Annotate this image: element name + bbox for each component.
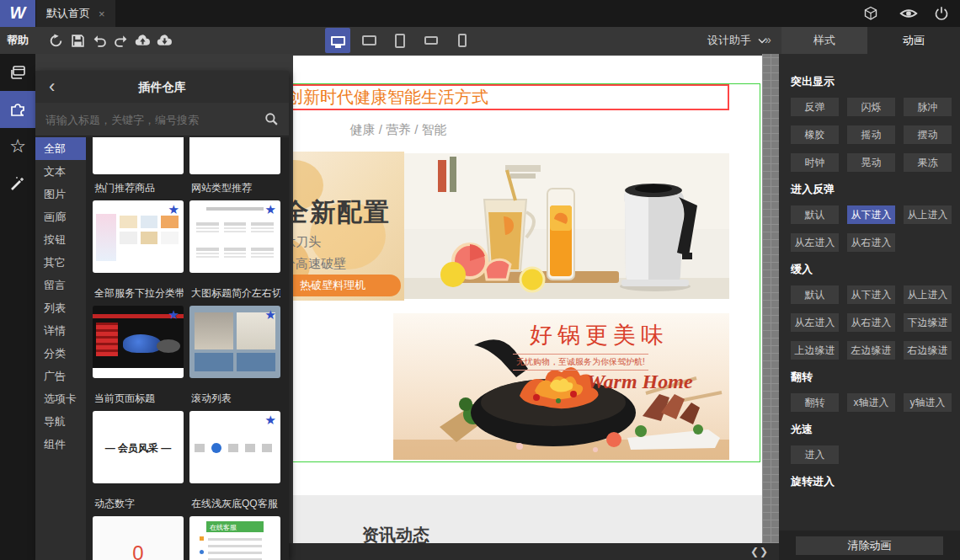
animation-option-button[interactable]: 进入 (791, 445, 839, 464)
device-phone-landscape-button[interactable] (419, 28, 444, 53)
plugin-thumbnail[interactable] (93, 137, 184, 174)
app-logo[interactable]: W (0, 0, 35, 27)
selected-text-element[interactable]: 开创新时代健康智能生活方式 (293, 84, 729, 110)
sidebar-item-wizard[interactable] (0, 165, 35, 202)
animation-option-button[interactable]: 翻转 (791, 393, 839, 412)
star-badge-icon[interactable]: ★ (265, 308, 276, 321)
animation-option-button[interactable]: 从左进入 (791, 233, 839, 252)
device-tablet-landscape-button[interactable] (356, 28, 381, 53)
sidebar-item-pages[interactable] (0, 54, 35, 91)
animation-option-button[interactable]: 从右进入 (847, 233, 895, 252)
canvas-scrollbar[interactable] (762, 54, 779, 543)
plugin-thumbnail[interactable]: ★ (189, 306, 280, 378)
plugin-thumbnail[interactable] (189, 137, 280, 174)
clear-animation-button[interactable]: 清除动画 (796, 536, 943, 555)
animation-option-button[interactable]: 从下进入 (847, 205, 895, 224)
plugin-item[interactable]: 在线浅灰底QQ客服在线客服 (189, 497, 280, 560)
eye-icon[interactable] (899, 6, 916, 21)
power-icon[interactable] (933, 6, 950, 21)
news-title[interactable]: 资讯动态 (362, 524, 429, 543)
plugin-item[interactable]: 全部服务下拉分类带...★ (93, 286, 184, 378)
plugin-thumbnail[interactable]: ★ (189, 200, 280, 273)
design-assistant-dropdown[interactable]: 设计助手 (707, 27, 766, 54)
banner1-line1[interactable]: 钛刀头 (293, 234, 321, 250)
animation-option-button[interactable]: 从左进入 (791, 313, 839, 332)
collapse-panel-button[interactable]: » (765, 27, 771, 52)
category-item[interactable]: 详情 (35, 319, 86, 342)
plugin-item[interactable]: 动态数字0 (93, 497, 184, 560)
plugin-thumbnail[interactable]: 0 (93, 516, 184, 560)
animation-option-button[interactable]: 橡胶 (791, 125, 839, 144)
page-preview[interactable]: 开创新时代健康智能生活方式 健康 / 营养 / 智能 全新配置 钛刀头 分高速破… (293, 56, 762, 543)
animation-option-button[interactable]: 果冻 (904, 153, 952, 172)
category-item[interactable]: 列表 (35, 296, 86, 319)
category-item[interactable]: 其它 (35, 251, 86, 274)
preview-cube-icon[interactable] (862, 6, 879, 21)
category-item[interactable]: 广告 (35, 365, 86, 387)
banner1-button[interactable]: 热破壁料理机 (293, 275, 401, 296)
category-item[interactable]: 分类 (35, 342, 86, 365)
star-badge-icon[interactable]: ★ (265, 203, 276, 216)
plugin-item[interactable]: 热门推荐商品★ (93, 181, 184, 273)
animation-option-button[interactable]: 摆动 (904, 125, 952, 144)
sidebar-item-plugins[interactable] (0, 91, 35, 128)
plugin-search-input[interactable] (35, 103, 254, 136)
animation-option-button[interactable]: 默认 (791, 205, 839, 224)
redo-icon[interactable] (114, 34, 128, 48)
animation-option-button[interactable]: 从下进入 (847, 285, 895, 304)
page-subtitle[interactable]: 健康 / 营养 / 智能 (293, 122, 504, 138)
refresh-icon[interactable] (49, 34, 63, 48)
animation-option-button[interactable]: 下边缘进 (904, 313, 952, 332)
star-badge-icon[interactable]: ★ (168, 203, 179, 216)
category-item[interactable]: 文本 (35, 160, 86, 183)
plugin-item[interactable]: 网站类型推荐★ (189, 181, 280, 273)
animation-option-button[interactable]: 左边缘进 (847, 341, 895, 360)
plugin-list-scroll[interactable]: 热门推荐商品★网站类型推荐★全部服务下拉分类带...★大图标题简介左右切...★… (86, 137, 289, 560)
back-chevron-icon[interactable]: ‹ (49, 72, 55, 101)
animation-option-button[interactable]: 默认 (791, 285, 839, 304)
device-desktop-button[interactable] (325, 28, 350, 53)
animation-option-button[interactable]: y轴进入 (904, 393, 952, 412)
tab-animation[interactable]: 动画 (867, 27, 960, 54)
category-item[interactable]: 全部 (35, 137, 86, 160)
category-item[interactable]: 画廊 (35, 205, 86, 228)
animation-option-button[interactable]: 脉冲 (904, 98, 952, 116)
category-item[interactable]: 选项卡 (35, 387, 86, 410)
animation-option-button[interactable]: x轴进入 (847, 393, 895, 412)
device-tablet-portrait-button[interactable] (387, 28, 413, 53)
plugin-thumbnail[interactable]: ★ (93, 306, 184, 378)
star-badge-icon[interactable]: ★ (265, 413, 276, 426)
animation-option-button[interactable]: 从右进入 (847, 313, 895, 332)
category-item[interactable]: 留言 (35, 274, 86, 296)
star-badge-icon[interactable]: ★ (168, 308, 179, 321)
search-icon[interactable] (264, 112, 279, 130)
plugin-item[interactable]: 大图标题简介左右切...★ (189, 286, 280, 378)
animation-option-button[interactable]: 反弹 (791, 98, 839, 116)
banner1-line2[interactable]: 分高速破壁 (293, 256, 346, 272)
category-item[interactable]: 按钮 (35, 228, 86, 251)
page-tab[interactable]: 默认首页 × (36, 0, 115, 27)
sidebar-item-favorites[interactable]: ☆ (0, 128, 35, 165)
save-icon[interactable] (71, 34, 85, 48)
animation-option-button[interactable]: 时钟 (791, 153, 839, 172)
plugin-item[interactable]: 滚动列表★ (189, 392, 280, 483)
cloud-download-icon[interactable] (157, 34, 171, 48)
animation-option-button[interactable]: 摇动 (847, 125, 895, 144)
animation-option-button[interactable]: 上边缘进 (791, 341, 839, 360)
plugin-thumbnail[interactable]: ★ (93, 200, 184, 273)
category-item[interactable]: 导航 (35, 410, 86, 433)
cloud-upload-icon[interactable] (135, 34, 149, 48)
help-button[interactable]: 帮助 (7, 27, 29, 54)
category-item[interactable]: 图片 (35, 183, 86, 205)
tab-style[interactable]: 样式 (781, 27, 867, 54)
wok-banner[interactable]: 好锅更美味 无忧购物，至诚服务为你保驾护航! Warm Home (393, 313, 729, 460)
plugin-thumbnail[interactable]: — 会员风采 — (93, 411, 184, 483)
tab-close-icon[interactable]: × (99, 8, 105, 20)
banner1-heading[interactable]: 全新配置 (293, 195, 391, 230)
animation-option-button[interactable]: 闪烁 (847, 98, 895, 116)
animation-option-button[interactable]: 右边缘进 (904, 341, 952, 360)
code-view-icon[interactable]: ❮❯ (750, 543, 769, 560)
animation-option-button[interactable]: 从上进入 (904, 205, 952, 224)
plugin-item[interactable]: 当前页面标题— 会员风采 — (93, 392, 184, 483)
undo-icon[interactable] (93, 34, 107, 48)
